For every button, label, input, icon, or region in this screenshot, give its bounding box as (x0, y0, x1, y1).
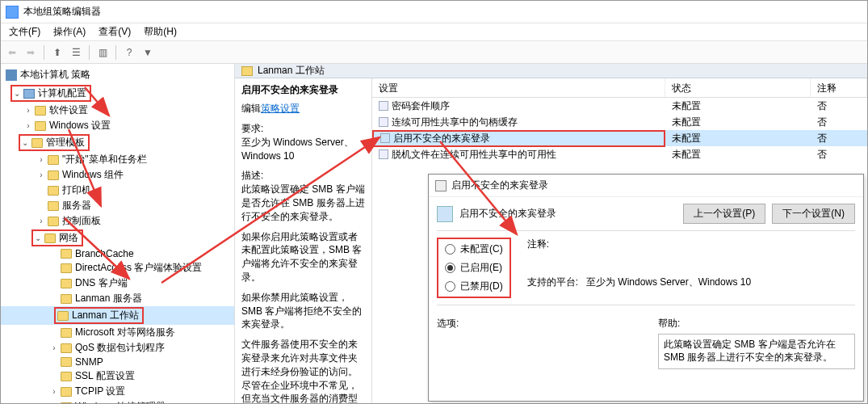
folder-icon (57, 311, 69, 321)
edit-policy-link[interactable]: 策略设置 (261, 103, 300, 114)
setting-name: 连续可用性共享中的句柄缓存 (392, 116, 518, 129)
policy-icon (379, 117, 388, 127)
tree-item-directaccess[interactable]: DirectAccess 客户端体验设置 (1, 260, 234, 276)
tree-item-snmp[interactable]: SNMP (1, 356, 234, 368)
tree-label: Lanman 服务器 (75, 292, 142, 305)
col-setting[interactable]: 设置 (372, 78, 665, 97)
help-button[interactable]: ? (121, 44, 137, 61)
description-column: 启用不安全的来宾登录 编辑策略设置 要求:至少为 Windows Server、… (235, 78, 372, 403)
expander-icon[interactable]: ⌄ (12, 89, 22, 98)
folder-icon (61, 387, 72, 397)
up-button[interactable]: ⬆ (49, 44, 65, 61)
setting-comment: 否 (811, 99, 867, 113)
menu-help[interactable]: 帮助(H) (137, 23, 183, 40)
tree-item-lanman-server[interactable]: Lanman 服务器 (1, 291, 234, 306)
setting-comment: 否 (811, 132, 867, 145)
tree-item-servers[interactable]: 服务器 (1, 198, 234, 213)
tree-item-lanman-workstation[interactable]: Lanman 工作站 (1, 306, 234, 325)
folder-icon (44, 234, 56, 243)
tree-item-windows-settings[interactable]: ›Windows 设置 (1, 118, 234, 133)
tree-item-branchcache[interactable]: BranchCache (1, 247, 234, 260)
tree-label: Windows 组件 (62, 168, 124, 182)
tree-item-ms-peer[interactable]: Microsoft 对等网络服务 (1, 325, 234, 340)
desc-p3: 如果你禁用此策略设置，SMB 客户端将拒绝不安全的来宾登录。 (241, 291, 365, 331)
tree-item-qos[interactable]: ›QoS 数据包计划程序 (1, 340, 234, 356)
show-hide-button[interactable]: ☰ (68, 44, 84, 61)
tree-label: 服务器 (62, 199, 91, 213)
desc-p4: 文件服务器使用不安全的来宾登录来允许对共享文件夹进行未经身份验证的访问。尽管在企… (241, 338, 365, 403)
edit-label: 编辑 (241, 103, 261, 114)
tree-label: DirectAccess 客户端体验设置 (75, 261, 202, 275)
setting-comment: 否 (811, 148, 867, 162)
setting-comment: 否 (811, 116, 867, 129)
window-titlebar[interactable]: 本地组策略编辑器 (1, 1, 867, 23)
help-text-box[interactable]: 此策略设置确定 SMB 客户端是否允许在 SMB 服务器上进行不安全的来宾登录。 (658, 334, 855, 369)
folder-icon (35, 106, 46, 116)
tree-label: Windows 连接管理器 (75, 400, 166, 403)
dialog-titlebar[interactable]: 启用不安全的来宾登录 (429, 175, 863, 197)
filter-button[interactable]: ▼ (140, 44, 156, 61)
tree-item-tcpip[interactable]: ›TCPIP 设置 (1, 384, 234, 399)
toolbar-sep (44, 45, 44, 60)
list-item[interactable]: 脱机文件在连续可用性共享中的可用性 未配置 否 (372, 146, 867, 162)
policy-icon (379, 101, 388, 111)
prev-setting-button[interactable]: 上一个设置(P) (683, 204, 765, 224)
radio-not-configured[interactable]: 未配置(C) (445, 242, 503, 256)
tree-item-admin-templates[interactable]: ⌄ 管理模板 (1, 133, 234, 152)
back-button[interactable]: ⬅ (4, 44, 20, 61)
folder-icon (61, 372, 72, 381)
tree-label: 计算机配置 (38, 86, 86, 100)
tree-item-network[interactable]: ⌄ 网络 (1, 229, 234, 247)
menu-view[interactable]: 查看(V) (92, 23, 137, 40)
options-label: 选项: (437, 317, 634, 330)
export-button[interactable]: ▥ (94, 44, 111, 61)
menu-file[interactable]: 文件(F) (2, 23, 47, 40)
list-item[interactable]: 连续可用性共享中的句柄缓存 未配置 否 (372, 114, 867, 130)
col-comment[interactable]: 注释 (811, 78, 867, 97)
radio-enabled[interactable]: 已启用(E) (445, 261, 503, 275)
tree-item-start-menu[interactable]: ›"开始"菜单和任务栏 (1, 152, 234, 167)
folder-icon (31, 138, 43, 148)
tree-root[interactable]: 本地计算机 策略 (1, 65, 234, 84)
setting-state: 未配置 (665, 132, 811, 145)
tree-item-printers[interactable]: 打印机 (1, 183, 234, 198)
tree-item-computer-config[interactable]: ⌄ 计算机配置 (1, 84, 234, 103)
setting-state: 未配置 (665, 148, 811, 162)
tree-item-dns-client[interactable]: DNS 客户端 (1, 276, 234, 291)
tree-label: 软件设置 (49, 103, 88, 117)
radio-icon (445, 281, 455, 292)
content-header: Lanman 工作站 (235, 64, 867, 78)
tree-label: "开始"菜单和任务栏 (62, 153, 147, 166)
menu-action[interactable]: 操作(A) (47, 23, 92, 40)
separator (437, 230, 855, 231)
window-title: 本地组策略编辑器 (23, 5, 101, 19)
policy-dialog[interactable]: 启用不安全的来宾登录 启用不安全的来宾登录 上一个设置(P) 下一个设置(N) … (428, 174, 864, 402)
folder-icon (61, 402, 72, 404)
tree-label: SNMP (75, 356, 103, 368)
list-item[interactable]: 密码套件顺序 未配置 否 (372, 98, 867, 114)
next-setting-button[interactable]: 下一个设置(N) (772, 204, 855, 224)
radio-label: 已禁用(D) (460, 280, 503, 293)
content-header-title: Lanman 工作站 (258, 64, 325, 78)
tree-item-software[interactable]: ›软件设置 (1, 103, 234, 118)
folder-icon (35, 121, 46, 131)
app-icon (6, 6, 19, 19)
desc-label: 描述: (241, 170, 263, 181)
tree-item-control-panel[interactable]: ›控制面板 (1, 213, 234, 229)
tree-label: Windows 设置 (49, 119, 111, 133)
col-state[interactable]: 状态 (665, 78, 811, 97)
folder-icon (48, 170, 59, 180)
toolbar-sep2 (89, 45, 90, 60)
tree-item-ssl[interactable]: SSL 配置设置 (1, 368, 234, 384)
tree-item-win-components[interactable]: ›Windows 组件 (1, 167, 234, 183)
list-item-selected[interactable]: 启用不安全的来宾登录 未配置 否 (372, 130, 867, 146)
tree-label: DNS 客户端 (75, 276, 128, 290)
setting-name: 密码套件顺序 (392, 99, 450, 113)
tree-item-win-conn-mgr[interactable]: Windows 连接管理器 (1, 399, 234, 403)
tree-root-label: 本地计算机 策略 (20, 68, 90, 82)
radio-disabled[interactable]: 已禁用(D) (445, 280, 503, 293)
radio-label: 已启用(E) (460, 261, 502, 275)
folder-icon (61, 294, 72, 304)
forward-button[interactable]: ➡ (23, 44, 39, 61)
tree-label: Lanman 工作站 (72, 309, 139, 322)
